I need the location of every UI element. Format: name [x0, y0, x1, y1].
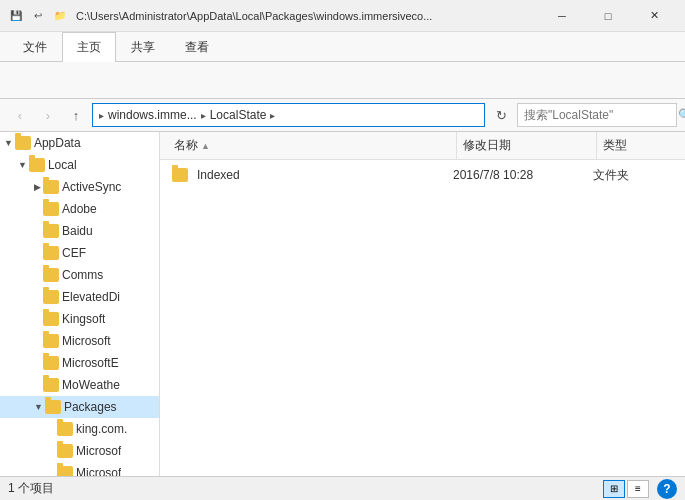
content-area: 名称 ▲ 修改日期 类型 Indexed 2016/7/8 10:28 文件夹	[160, 132, 685, 476]
title-bar-icons: 💾 ↩ 📁	[8, 8, 68, 24]
sidebar-item-microsof2[interactable]: ▶ Microsof	[0, 462, 159, 476]
folder-icon[interactable]: 📁	[52, 8, 68, 24]
folder-icon	[43, 356, 59, 370]
sidebar-item-activesync[interactable]: ▶ ActiveSync	[0, 176, 159, 198]
sidebar-item-cef[interactable]: ▶ CEF	[0, 242, 159, 264]
sidebar-item-label: king.com.	[76, 422, 127, 436]
close-button[interactable]: ✕	[631, 0, 677, 32]
title-bar: 💾 ↩ 📁 C:\Users\Administrator\AppData\Loc…	[0, 0, 685, 32]
view-buttons: ⊞ ≡	[603, 480, 649, 498]
expand-arrow: ▶	[34, 182, 41, 192]
tab-share[interactable]: 共享	[116, 32, 170, 62]
sidebar-item-microsoft[interactable]: ▶ Microsoft	[0, 330, 159, 352]
folder-icon	[45, 400, 61, 414]
ribbon-content	[0, 62, 685, 98]
file-type-cell: 文件夹	[593, 167, 673, 184]
sidebar-item-label: MicrosoftE	[62, 356, 119, 370]
col-header-date[interactable]: 修改日期	[457, 132, 597, 159]
sidebar-item-label: MoWeathe	[62, 378, 120, 392]
folder-icon	[43, 312, 59, 326]
sidebar-item-label: AppData	[34, 136, 81, 150]
folder-icon	[15, 136, 31, 150]
expand-arrow: ▼	[4, 138, 13, 148]
expand-arrow: ▼	[18, 160, 27, 170]
window-controls: ─ □ ✕	[539, 0, 677, 32]
sidebar-item-baidu[interactable]: ▶ Baidu	[0, 220, 159, 242]
sidebar-item-microsof1[interactable]: ▶ Microsof	[0, 440, 159, 462]
folder-icon	[43, 268, 59, 282]
folder-icon	[57, 444, 73, 458]
sidebar-item-adobe[interactable]: ▶ Adobe	[0, 198, 159, 220]
folder-icon	[43, 180, 59, 194]
sidebar-item-label: ActiveSync	[62, 180, 121, 194]
sidebar-item-label: Adobe	[62, 202, 97, 216]
col-header-name[interactable]: 名称 ▲	[168, 132, 457, 159]
folder-icon	[43, 246, 59, 260]
sidebar-item-elevateddi[interactable]: ▶ ElevatedDi	[0, 286, 159, 308]
sidebar-item-label: CEF	[62, 246, 86, 260]
col-date-label: 修改日期	[463, 137, 511, 154]
tab-home[interactable]: 主页	[62, 32, 116, 62]
undo-icon[interactable]: ↩	[30, 8, 46, 24]
breadcrumb-separator-2: ▸	[270, 110, 275, 121]
col-header-type[interactable]: 类型	[597, 132, 677, 159]
sidebar-item-comms[interactable]: ▶ Comms	[0, 264, 159, 286]
sort-arrow-icon: ▲	[201, 141, 210, 151]
back-button[interactable]: ‹	[8, 103, 32, 127]
sidebar-item-label: Microsoft	[62, 334, 111, 348]
file-folder-icon	[172, 168, 188, 182]
maximize-button[interactable]: □	[585, 0, 631, 32]
folder-icon	[43, 334, 59, 348]
breadcrumb-separator-1: ▸	[201, 110, 206, 121]
sidebar-item-king[interactable]: ▶ king.com.	[0, 418, 159, 440]
tab-file[interactable]: 文件	[8, 32, 62, 62]
search-box[interactable]: 🔍	[517, 103, 677, 127]
sidebar-item-label: Microsof	[76, 444, 121, 458]
sidebar-item-label: Local	[48, 158, 77, 172]
col-type-label: 类型	[603, 137, 627, 154]
view-list-button[interactable]: ≡	[627, 480, 649, 498]
status-bar: 1 个项目 ⊞ ≡ ?	[0, 476, 685, 500]
sidebar-item-label: Baidu	[62, 224, 93, 238]
breadcrumb-item-root[interactable]: windows.imme...	[108, 108, 197, 122]
folder-icon	[43, 290, 59, 304]
main-area: ▼ AppData ▼ Local ▶ ActiveSync ▶ Adobe ▶…	[0, 132, 685, 476]
sidebar-item-label: Microsof	[76, 466, 121, 476]
view-grid-button[interactable]: ⊞	[603, 480, 625, 498]
ribbon-tabs: 文件 主页 共享 查看	[0, 32, 685, 62]
sidebar-item-packages[interactable]: ▼ Packages	[0, 396, 159, 418]
tab-view[interactable]: 查看	[170, 32, 224, 62]
file-name-cell: Indexed	[172, 168, 453, 182]
breadcrumb-separator-start: ▸	[99, 110, 104, 121]
forward-button[interactable]: ›	[36, 103, 60, 127]
folder-icon	[43, 202, 59, 216]
folder-icon	[57, 422, 73, 436]
search-icon: 🔍	[678, 108, 685, 122]
file-list: Indexed 2016/7/8 10:28 文件夹	[160, 160, 685, 476]
sidebar-item-appdata[interactable]: ▼ AppData	[0, 132, 159, 154]
sidebar-item-microsofte[interactable]: ▶ MicrosoftE	[0, 352, 159, 374]
column-headers: 名称 ▲ 修改日期 类型	[160, 132, 685, 160]
save-icon[interactable]: 💾	[8, 8, 24, 24]
up-button[interactable]: ↑	[64, 103, 88, 127]
file-date-cell: 2016/7/8 10:28	[453, 168, 593, 182]
ribbon: 文件 主页 共享 查看	[0, 32, 685, 99]
sidebar-item-label: Comms	[62, 268, 103, 282]
help-button[interactable]: ?	[657, 479, 677, 499]
folder-icon	[43, 224, 59, 238]
sidebar-item-label: Kingsoft	[62, 312, 105, 326]
address-bar: ‹ › ↑ ▸ windows.imme... ▸ LocalState ▸ ↻…	[0, 99, 685, 132]
sidebar-item-moweather[interactable]: ▶ MoWeathe	[0, 374, 159, 396]
col-name-label: 名称	[174, 137, 198, 154]
sidebar-item-kingsoft[interactable]: ▶ Kingsoft	[0, 308, 159, 330]
minimize-button[interactable]: ─	[539, 0, 585, 32]
search-input[interactable]	[524, 108, 674, 122]
table-row[interactable]: Indexed 2016/7/8 10:28 文件夹	[168, 162, 677, 188]
breadcrumb-item-localstate[interactable]: LocalState	[210, 108, 267, 122]
sidebar: ▼ AppData ▼ Local ▶ ActiveSync ▶ Adobe ▶…	[0, 132, 160, 476]
refresh-button[interactable]: ↻	[489, 103, 513, 127]
address-breadcrumb[interactable]: ▸ windows.imme... ▸ LocalState ▸	[92, 103, 485, 127]
sidebar-item-local[interactable]: ▼ Local	[0, 154, 159, 176]
folder-icon	[57, 466, 73, 476]
file-name-label: Indexed	[197, 168, 240, 182]
